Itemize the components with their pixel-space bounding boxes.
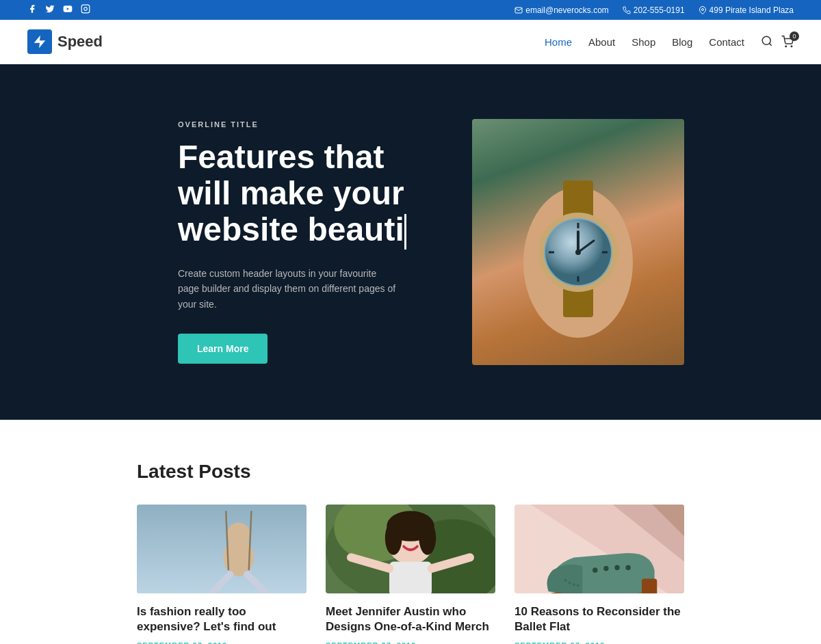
top-bar: email@neverocks.com 202-555-0191 499 Pir… — [0, 0, 821, 20]
posts-section: Latest Posts — [0, 420, 821, 644]
contact-info: email@neverocks.com 202-555-0191 499 Pir… — [514, 5, 794, 15]
svg-rect-23 — [612, 249, 619, 256]
svg-point-7 — [785, 46, 787, 47]
svg-point-41 — [414, 535, 419, 540]
hero-description: Create custom header layouts in your fav… — [178, 266, 397, 312]
post-date-3: SEPTEMBER 27, 2019 — [514, 641, 684, 644]
post-card-2: Meet Jennifer Austin who Designs One-of-… — [326, 505, 495, 644]
email-info: email@neverocks.com — [514, 5, 609, 15]
watch-svg — [503, 139, 653, 345]
post-title-2[interactable]: Meet Jennifer Austin who Designs One-of-… — [326, 604, 495, 634]
svg-rect-1 — [81, 5, 90, 13]
hero-image — [472, 119, 684, 365]
svg-point-52 — [614, 565, 619, 570]
header: Speed Home About Shop Blog Contact 0 — [0, 20, 821, 64]
search-icon[interactable] — [761, 35, 773, 49]
svg-line-6 — [769, 43, 771, 45]
logo-icon — [27, 29, 52, 54]
post-image-2 — [326, 505, 495, 593]
svg-point-27 — [226, 523, 250, 547]
cursor — [404, 214, 406, 250]
hero-title: Features that will make your website bea… — [178, 139, 424, 250]
posts-title: Latest Posts — [137, 461, 684, 483]
svg-point-55 — [564, 579, 567, 582]
svg-point-22 — [575, 250, 581, 255]
main-nav: Home About Shop Blog Contact 0 — [545, 35, 794, 49]
post2-illustration — [326, 505, 495, 593]
hero-content: OVERLINE TITLE Features that will make y… — [178, 120, 424, 364]
svg-point-8 — [791, 46, 792, 47]
post-card-3: 10 Reasons to Reconsider the Ballet Flat… — [514, 505, 684, 644]
address-info: 499 Pirate Island Plaza — [699, 5, 794, 15]
watch-illustration — [472, 119, 684, 365]
nav-shop[interactable]: Shop — [631, 36, 655, 48]
nav-home[interactable]: Home — [545, 36, 572, 48]
post-card-1: Is fashion really too expensive? Let's f… — [137, 505, 307, 644]
svg-marker-4 — [34, 36, 46, 48]
post-image-3 — [514, 505, 684, 593]
hero-overline: OVERLINE TITLE — [178, 120, 424, 129]
social-links[interactable] — [27, 4, 90, 16]
posts-grid: Is fashion really too expensive? Let's f… — [137, 505, 684, 644]
svg-rect-54 — [642, 578, 657, 593]
svg-rect-42 — [389, 562, 432, 593]
post1-illustration — [137, 505, 307, 593]
post3-illustration — [514, 505, 684, 593]
svg-point-40 — [402, 535, 407, 540]
svg-point-3 — [701, 8, 703, 10]
post-title-3[interactable]: 10 Reasons to Reconsider the Ballet Flat — [514, 604, 684, 634]
cart-count: 0 — [790, 31, 799, 41]
cart-icon[interactable]: 0 — [781, 36, 794, 48]
svg-point-38 — [385, 521, 402, 555]
svg-point-57 — [573, 583, 575, 586]
logo-text: Speed — [57, 33, 103, 51]
post-title-1[interactable]: Is fashion really too expensive? Let's f… — [137, 604, 307, 634]
logo[interactable]: Speed — [27, 29, 103, 54]
svg-point-53 — [625, 565, 630, 570]
facebook-link[interactable] — [27, 4, 37, 16]
hero-section: OVERLINE TITLE Features that will make y… — [0, 64, 821, 420]
post-date-2: SEPTEMBER 27, 2019 — [326, 641, 495, 644]
post-image-1 — [137, 505, 307, 593]
phone-info: 202-555-0191 — [623, 5, 685, 15]
learn-more-button[interactable]: Learn More — [178, 334, 268, 364]
nav-blog[interactable]: Blog — [672, 36, 692, 48]
svg-point-5 — [762, 36, 770, 44]
svg-point-51 — [603, 566, 608, 571]
svg-point-39 — [419, 521, 436, 555]
svg-point-58 — [577, 584, 579, 587]
nav-about[interactable]: About — [588, 36, 615, 48]
nav-icons: 0 — [761, 35, 794, 49]
svg-point-50 — [592, 567, 597, 572]
twitter-link[interactable] — [45, 4, 55, 16]
youtube-link[interactable] — [63, 4, 73, 16]
post-date-1: SEPTEMBER 27, 2019 — [137, 641, 307, 644]
nav-contact[interactable]: Contact — [709, 36, 744, 48]
instagram-link[interactable] — [81, 4, 90, 16]
svg-point-56 — [569, 582, 571, 585]
